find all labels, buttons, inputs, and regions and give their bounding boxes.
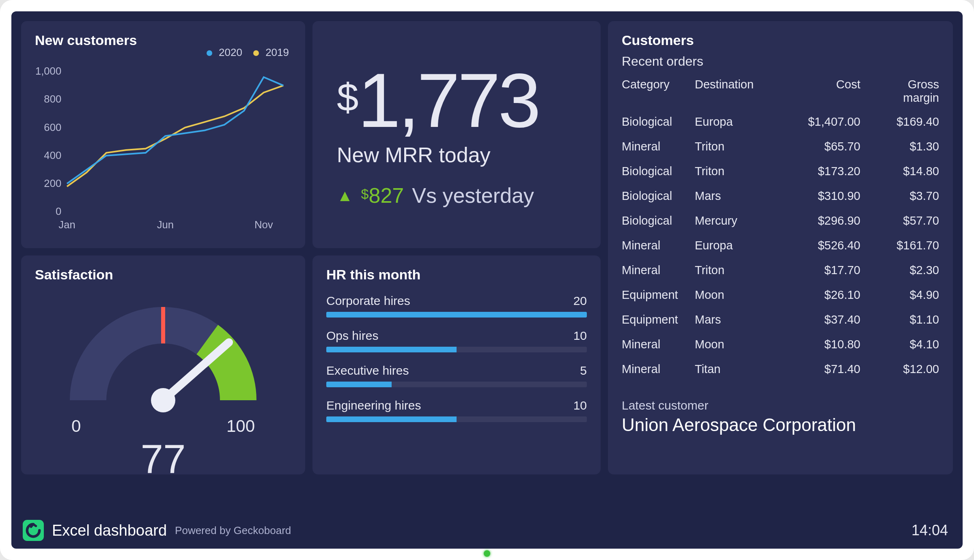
svg-point-11: [151, 388, 175, 412]
hr-row: Ops hires10: [326, 329, 587, 352]
cell-margin: $57.70: [870, 214, 939, 227]
table-row: Equipment Moon $26.10 $4.90: [622, 283, 939, 307]
gauge-min: 0: [71, 416, 81, 436]
hr-row-label: Ops hires: [326, 329, 378, 343]
cell-cost: $1,407.00: [772, 115, 870, 129]
table-row: Biological Mars $310.90 $3.70: [622, 184, 939, 208]
orders-table: Category Destination Cost Gross margin B…: [622, 73, 939, 382]
hr-row: Corporate hires20: [326, 294, 587, 318]
panel-hr: HR this month Corporate hires20 Ops hire…: [312, 255, 601, 474]
svg-text:1,000: 1,000: [35, 65, 61, 77]
mrr-delta: ▲ $827 Vs yesterday: [337, 183, 587, 208]
hr-row: Engineering hires10: [326, 399, 587, 422]
cell-margin: $3.70: [870, 189, 939, 203]
cell-cost: $37.40: [772, 313, 870, 326]
gauge-max: 100: [226, 416, 255, 436]
table-row: Biological Europa $1,407.00 $169.40: [622, 109, 939, 134]
arrow-up-icon: ▲: [337, 187, 353, 205]
panel-new-customers: New customers 2020 2019 02004006008001,0…: [21, 21, 305, 248]
col-cost: Cost: [772, 78, 870, 105]
table-row: Mineral Moon $10.80 $4.10: [622, 332, 939, 357]
mrr-value: $1,773: [337, 62, 587, 139]
mrr-currency: $: [337, 75, 356, 119]
hr-row-value: 10: [573, 399, 587, 412]
svg-text:400: 400: [44, 150, 61, 161]
cell-margin: $1.10: [870, 313, 939, 326]
mrr-label: New MRR today: [337, 143, 587, 167]
cell-destination: Mars: [695, 189, 772, 203]
cell-cost: $173.20: [772, 165, 870, 178]
cell-category: Equipment: [622, 288, 695, 302]
cell-destination: Titan: [695, 363, 772, 376]
panel-title-customers: Customers: [622, 32, 939, 48]
cell-margin: $161.70: [870, 239, 939, 252]
satisfaction-gauge: [50, 287, 277, 425]
hr-row-label: Corporate hires: [326, 294, 410, 308]
hr-row: Executive hires5: [326, 364, 587, 387]
svg-text:Jun: Jun: [157, 219, 174, 230]
cell-margin: $169.40: [870, 115, 939, 129]
legend-2020: 2020: [203, 46, 242, 58]
table-row: Mineral Triton $65.70 $1.30: [622, 134, 939, 159]
svg-text:600: 600: [44, 122, 61, 133]
cell-margin: $14.80: [870, 165, 939, 178]
footer: Excel dashboard Powered by Geckoboard 14…: [11, 512, 963, 549]
table-row: Equipment Mars $37.40 $1.10: [622, 307, 939, 332]
cell-margin: $1.30: [870, 140, 939, 153]
cell-cost: $526.40: [772, 239, 870, 252]
cell-category: Mineral: [622, 264, 695, 277]
device-led-icon: [484, 550, 490, 557]
cell-destination: Europa: [695, 239, 772, 252]
dashboard-screen: New customers 2020 2019 02004006008001,0…: [11, 11, 963, 549]
footer-time: 14:04: [912, 522, 948, 539]
cell-margin: $4.90: [870, 288, 939, 302]
panel-customers: Customers Recent orders Category Destina…: [608, 21, 953, 474]
cell-category: Mineral: [622, 363, 695, 376]
cell-category: Biological: [622, 189, 695, 203]
hr-row-value: 5: [580, 364, 587, 378]
col-margin: Gross margin: [870, 78, 939, 105]
cell-cost: $71.40: [772, 363, 870, 376]
footer-title: Excel dashboard: [52, 522, 167, 539]
cell-destination: Moon: [695, 288, 772, 302]
table-row: Biological Triton $173.20 $14.80: [622, 159, 939, 184]
cell-destination: Mars: [695, 313, 772, 326]
hr-row-label: Engineering hires: [326, 399, 421, 412]
cell-margin: $2.30: [870, 264, 939, 277]
cell-category: Biological: [622, 115, 695, 129]
cell-cost: $310.90: [772, 189, 870, 203]
mrr-delta-amount: $827: [361, 183, 404, 208]
cell-destination: Mercury: [695, 214, 772, 227]
cell-cost: $26.10: [772, 288, 870, 302]
cell-cost: $296.90: [772, 214, 870, 227]
svg-text:0: 0: [56, 206, 61, 217]
cell-category: Mineral: [622, 140, 695, 153]
hr-row-label: Executive hires: [326, 364, 409, 378]
table-row: Mineral Titan $71.40 $12.00: [622, 357, 939, 382]
svg-text:Nov: Nov: [254, 219, 273, 230]
legend-dot-2019-icon: [253, 50, 259, 56]
svg-text:800: 800: [44, 93, 61, 105]
panel-satisfaction: Satisfaction 0 100 77: [21, 255, 305, 474]
legend-2019: 2019: [249, 46, 289, 58]
col-destination: Destination: [695, 78, 772, 105]
table-row: Mineral Triton $17.70 $2.30: [622, 258, 939, 283]
device-frame: New customers 2020 2019 02004006008001,0…: [0, 0, 974, 560]
latest-customer-label: Latest customer: [622, 399, 939, 412]
svg-text:200: 200: [44, 178, 61, 189]
table-row: Biological Mercury $296.90 $57.70: [622, 208, 939, 233]
customers-subheading: Recent orders: [622, 54, 939, 69]
cell-category: Equipment: [622, 313, 695, 326]
chart-legend: 2020 2019: [198, 46, 289, 59]
cell-cost: $17.70: [772, 264, 870, 277]
hr-row-value: 20: [573, 294, 587, 308]
cell-destination: Triton: [695, 165, 772, 178]
latest-customer: Latest customer Union Aerospace Corporat…: [622, 399, 939, 435]
cell-destination: Triton: [695, 264, 772, 277]
mrr-amount: 1,773: [358, 57, 538, 143]
cell-destination: Triton: [695, 140, 772, 153]
col-category: Category: [622, 78, 695, 105]
panel-title-hr: HR this month: [326, 267, 587, 283]
cell-category: Mineral: [622, 338, 695, 351]
cell-destination: Moon: [695, 338, 772, 351]
